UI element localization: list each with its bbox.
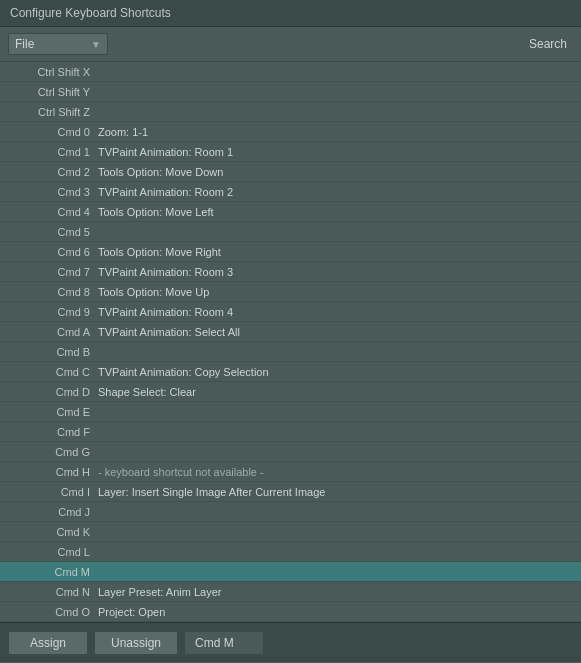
key-cell: Cmd D <box>8 386 98 398</box>
table-row[interactable]: Cmd NLayer Preset: Anim Layer <box>0 582 581 602</box>
key-cell: Cmd A <box>8 326 98 338</box>
action-cell: TVPaint Animation: Copy Selection <box>98 366 573 378</box>
key-cell: Cmd M <box>8 566 98 578</box>
key-cell: Ctrl Shift Y <box>8 86 98 98</box>
table-row[interactable]: Ctrl Shift Z <box>0 102 581 122</box>
key-cell: Cmd 0 <box>8 126 98 138</box>
table-row[interactable]: Cmd F <box>0 422 581 442</box>
key-cell: Cmd G <box>8 446 98 458</box>
action-cell: TVPaint Animation: Select All <box>98 326 573 338</box>
table-row[interactable]: Cmd B <box>0 342 581 362</box>
table-row[interactable]: Cmd E <box>0 402 581 422</box>
table-row[interactable]: Ctrl Shift X <box>0 62 581 82</box>
key-cell: Cmd 1 <box>8 146 98 158</box>
key-cell: Ctrl Shift X <box>8 66 98 78</box>
key-cell: Cmd 7 <box>8 266 98 278</box>
action-cell: Tools Option: Move Left <box>98 206 573 218</box>
key-cell: Cmd J <box>8 506 98 518</box>
action-cell: Tools Option: Move Right <box>98 246 573 258</box>
key-cell: Cmd L <box>8 546 98 558</box>
unassign-button[interactable]: Unassign <box>94 631 178 655</box>
action-cell: Shape Select: Clear <box>98 386 573 398</box>
table-row[interactable]: Cmd OProject: Open <box>0 602 581 622</box>
action-cell: TVPaint Animation: Room 4 <box>98 306 573 318</box>
table-row[interactable]: Cmd G <box>0 442 581 462</box>
bottom-bar: Assign Unassign Cmd M <box>0 622 581 662</box>
key-cell: Cmd E <box>8 406 98 418</box>
key-cell: Cmd H <box>8 466 98 478</box>
key-cell: Cmd C <box>8 366 98 378</box>
key-cell: Cmd B <box>8 346 98 358</box>
table-row[interactable]: Cmd L <box>0 542 581 562</box>
action-cell: Tools Option: Move Down <box>98 166 573 178</box>
key-cell: Cmd K <box>8 526 98 538</box>
current-key-display: Cmd M <box>184 631 264 655</box>
table-row[interactable]: Cmd J <box>0 502 581 522</box>
key-cell: Cmd 5 <box>8 226 98 238</box>
table-row[interactable]: Cmd 2Tools Option: Move Down <box>0 162 581 182</box>
table-row[interactable]: Cmd ATVPaint Animation: Select All <box>0 322 581 342</box>
file-dropdown[interactable]: File ▼ <box>8 33 108 55</box>
action-cell: Layer: Insert Single Image After Current… <box>98 486 573 498</box>
title-bar: Configure Keyboard Shortcuts <box>0 0 581 27</box>
action-cell: Layer Preset: Anim Layer <box>98 586 573 598</box>
key-cell: Cmd 4 <box>8 206 98 218</box>
key-cell: Cmd 2 <box>8 166 98 178</box>
table-row[interactable]: Cmd 0Zoom: 1-1 <box>0 122 581 142</box>
key-cell: Cmd N <box>8 586 98 598</box>
file-label: File <box>15 37 34 51</box>
table-row[interactable]: Cmd 5 <box>0 222 581 242</box>
key-cell: Cmd 9 <box>8 306 98 318</box>
table-row[interactable]: Cmd DShape Select: Clear <box>0 382 581 402</box>
key-cell: Cmd 6 <box>8 246 98 258</box>
table-row[interactable]: Cmd 7TVPaint Animation: Room 3 <box>0 262 581 282</box>
table-row[interactable]: Cmd K <box>0 522 581 542</box>
table-row[interactable]: Cmd 3TVPaint Animation: Room 2 <box>0 182 581 202</box>
key-cell: Cmd 8 <box>8 286 98 298</box>
action-cell: Project: Open <box>98 606 573 618</box>
table-row[interactable]: Cmd 6Tools Option: Move Right <box>0 242 581 262</box>
toolbar: File ▼ Search <box>0 27 581 62</box>
key-cell: Cmd 3 <box>8 186 98 198</box>
dropdown-arrow-icon: ▼ <box>91 39 101 50</box>
assign-button[interactable]: Assign <box>8 631 88 655</box>
action-cell: - keyboard shortcut not available - <box>98 466 573 478</box>
table-row[interactable]: Cmd 9TVPaint Animation: Room 4 <box>0 302 581 322</box>
table-row[interactable]: Cmd 1TVPaint Animation: Room 1 <box>0 142 581 162</box>
table-row[interactable]: Cmd 8Tools Option: Move Up <box>0 282 581 302</box>
table-row[interactable]: Cmd ILayer: Insert Single Image After Cu… <box>0 482 581 502</box>
table-row[interactable]: Cmd H- keyboard shortcut not available - <box>0 462 581 482</box>
action-cell: TVPaint Animation: Room 1 <box>98 146 573 158</box>
shortcuts-list[interactable]: Ctrl Shift XCtrl Shift YCtrl Shift ZCmd … <box>0 62 581 622</box>
action-cell: Zoom: 1-1 <box>98 126 573 138</box>
key-cell: Cmd F <box>8 426 98 438</box>
title-text: Configure Keyboard Shortcuts <box>10 6 171 20</box>
action-cell: TVPaint Animation: Room 3 <box>98 266 573 278</box>
table-row[interactable]: Cmd M <box>0 562 581 582</box>
key-cell: Ctrl Shift Z <box>8 106 98 118</box>
key-cell: Cmd O <box>8 606 98 618</box>
search-button[interactable]: Search <box>523 35 573 53</box>
action-cell: Tools Option: Move Up <box>98 286 573 298</box>
table-row[interactable]: Cmd CTVPaint Animation: Copy Selection <box>0 362 581 382</box>
table-row[interactable]: Ctrl Shift Y <box>0 82 581 102</box>
table-row[interactable]: Cmd 4Tools Option: Move Left <box>0 202 581 222</box>
key-cell: Cmd I <box>8 486 98 498</box>
action-cell: TVPaint Animation: Room 2 <box>98 186 573 198</box>
